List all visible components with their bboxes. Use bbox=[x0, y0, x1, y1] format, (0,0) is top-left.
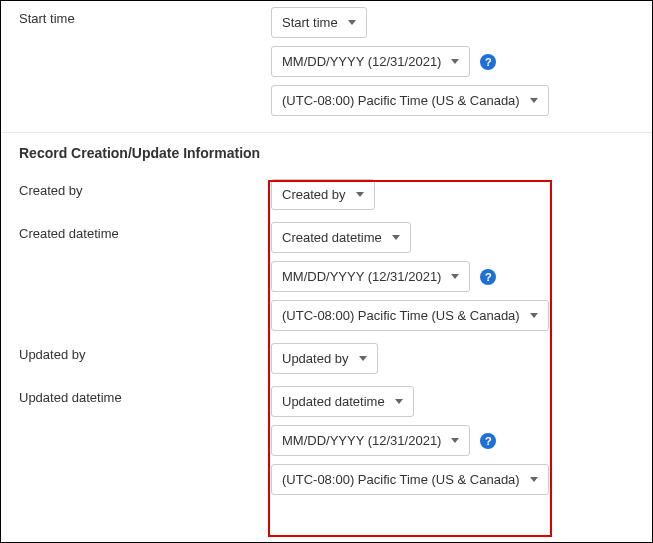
updated-datetime-timezone-text: (UTC-08:00) Pacific Time (US & Canada) bbox=[282, 472, 520, 487]
updated-by-row: Updated by Updated by bbox=[1, 337, 652, 380]
help-icon[interactable]: ? bbox=[480, 54, 496, 70]
updated-datetime-row: Updated datetime Updated datetime MM/DD/… bbox=[1, 380, 652, 501]
created-datetime-field-dropdown-text: Created datetime bbox=[282, 230, 382, 245]
created-datetime-date-format-text: MM/DD/YYYY (12/31/2021) bbox=[282, 269, 441, 284]
created-by-row: Created by Created by bbox=[1, 173, 652, 216]
updated-by-dropdown[interactable]: Updated by bbox=[271, 343, 378, 374]
updated-datetime-field-dropdown[interactable]: Updated datetime bbox=[271, 386, 414, 417]
chevron-down-icon bbox=[530, 98, 538, 103]
section-header: Record Creation/Update Information bbox=[1, 133, 652, 173]
created-datetime-timezone-text: (UTC-08:00) Pacific Time (US & Canada) bbox=[282, 308, 520, 323]
updated-by-label: Updated by bbox=[1, 337, 271, 372]
created-datetime-timezone-dropdown[interactable]: (UTC-08:00) Pacific Time (US & Canada) bbox=[271, 300, 549, 331]
chevron-down-icon bbox=[392, 235, 400, 240]
updated-by-controls: Updated by bbox=[271, 337, 652, 380]
updated-datetime-timezone-dropdown[interactable]: (UTC-08:00) Pacific Time (US & Canada) bbox=[271, 464, 549, 495]
start-time-timezone-text: (UTC-08:00) Pacific Time (US & Canada) bbox=[282, 93, 520, 108]
start-time-field-dropdown-text: Start time bbox=[282, 15, 338, 30]
chevron-down-icon bbox=[530, 477, 538, 482]
chevron-down-icon bbox=[530, 313, 538, 318]
updated-datetime-field-dropdown-text: Updated datetime bbox=[282, 394, 385, 409]
chevron-down-icon bbox=[356, 192, 364, 197]
created-datetime-label: Created datetime bbox=[1, 216, 271, 251]
updated-by-dropdown-text: Updated by bbox=[282, 351, 349, 366]
start-time-field-dropdown[interactable]: Start time bbox=[271, 7, 367, 38]
updated-datetime-label: Updated datetime bbox=[1, 380, 271, 415]
help-icon[interactable]: ? bbox=[480, 269, 496, 285]
start-time-row: Start time Start time MM/DD/YYYY (12/31/… bbox=[1, 1, 652, 122]
start-time-timezone-dropdown[interactable]: (UTC-08:00) Pacific Time (US & Canada) bbox=[271, 85, 549, 116]
created-datetime-row: Created datetime Created datetime MM/DD/… bbox=[1, 216, 652, 337]
chevron-down-icon bbox=[451, 59, 459, 64]
help-icon[interactable]: ? bbox=[480, 433, 496, 449]
chevron-down-icon bbox=[348, 20, 356, 25]
chevron-down-icon bbox=[451, 274, 459, 279]
created-datetime-date-format-dropdown[interactable]: MM/DD/YYYY (12/31/2021) bbox=[271, 261, 470, 292]
start-time-date-format-dropdown[interactable]: MM/DD/YYYY (12/31/2021) bbox=[271, 46, 470, 77]
created-by-label: Created by bbox=[1, 173, 271, 208]
chevron-down-icon bbox=[395, 399, 403, 404]
start-time-controls: Start time MM/DD/YYYY (12/31/2021) ? (UT… bbox=[271, 1, 652, 122]
start-time-label: Start time bbox=[1, 1, 271, 36]
start-time-date-format-text: MM/DD/YYYY (12/31/2021) bbox=[282, 54, 441, 69]
created-datetime-controls: Created datetime MM/DD/YYYY (12/31/2021)… bbox=[271, 216, 652, 337]
created-datetime-field-dropdown[interactable]: Created datetime bbox=[271, 222, 411, 253]
created-by-dropdown-text: Created by bbox=[282, 187, 346, 202]
chevron-down-icon bbox=[359, 356, 367, 361]
chevron-down-icon bbox=[451, 438, 459, 443]
created-by-dropdown[interactable]: Created by bbox=[271, 179, 375, 210]
created-by-controls: Created by bbox=[271, 173, 652, 216]
updated-datetime-date-format-text: MM/DD/YYYY (12/31/2021) bbox=[282, 433, 441, 448]
updated-datetime-controls: Updated datetime MM/DD/YYYY (12/31/2021)… bbox=[271, 380, 652, 501]
updated-datetime-date-format-dropdown[interactable]: MM/DD/YYYY (12/31/2021) bbox=[271, 425, 470, 456]
